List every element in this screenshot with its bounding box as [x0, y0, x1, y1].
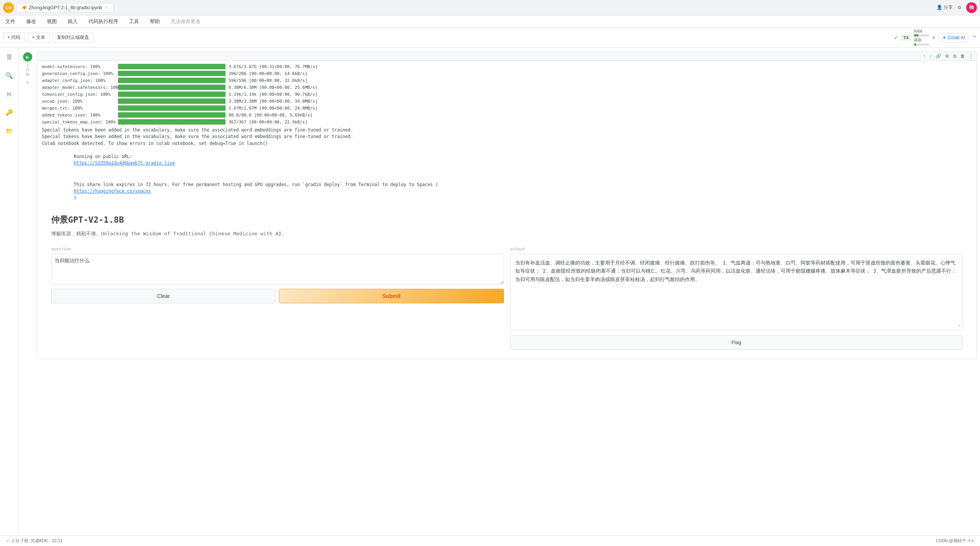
- progress-stats: 596/596 [00:00<00:00, 32.8kB/s]: [229, 78, 307, 83]
- progress-stats: 1.67M/1.67M [00:00<00:00, 24.8MB/s]: [229, 106, 318, 111]
- progress-stats: 6.30M/6.30M [00:00<00:00, 25.6MB/s]: [229, 85, 318, 90]
- progress-stats: 367/367 [00:00<00:00, 22.9kB/s]: [229, 120, 307, 125]
- output-text: 当归有补血活血、调经止痛的功效，主要用于月经不调、经闭腹痛、经行腹痛、跌打损伤等…: [515, 259, 958, 283]
- cell-time: 1分钟: [26, 63, 30, 77]
- cell-settings-button[interactable]: ⚙: [944, 53, 950, 60]
- question-textarea[interactable]: [51, 254, 504, 285]
- status-time: 1 分 7 秒: [12, 538, 28, 544]
- progress-bar: [118, 78, 226, 83]
- progress-stats: 206/206 [00:00<00:00, 14.6kB/s]: [229, 71, 307, 76]
- notebook-tab-icon: 🔶: [22, 5, 27, 10]
- app-title: 仲景GPT-V2-1.8B: [51, 214, 963, 226]
- link-button[interactable]: 🔗: [935, 53, 942, 60]
- text-output-1: Special tokens have been added in the vo…: [42, 127, 972, 133]
- sidebar-search-icon[interactable]: 🔍: [3, 69, 15, 82]
- huggingface-link[interactable]: https://huggingface.co/spaces: [74, 188, 151, 194]
- doc-button[interactable]: ≡: [24, 78, 32, 86]
- menu-edit[interactable]: 修改: [24, 17, 38, 27]
- move-down-button[interactable]: ↓: [929, 53, 932, 60]
- cell-gutter: ▶ 1分钟 ≡: [18, 51, 37, 86]
- text-output-3: Colab notebook detected. To show errors …: [42, 140, 972, 147]
- text-output-4: Running on public URL: https://53359a1dc…: [42, 147, 972, 173]
- text-output-2: Special tokens have been added in the vo…: [42, 133, 972, 140]
- add-code-button[interactable]: + 代码: [3, 32, 25, 43]
- menu-help[interactable]: 帮助: [148, 17, 162, 27]
- progress-row: adapter_model.safetensors: 100% 6.30M/6.…: [42, 85, 972, 90]
- colab-logo: CO: [3, 2, 14, 13]
- user-avatar[interactable]: 柚: [966, 2, 977, 13]
- progress-row: model.safetensors: 100% 3.67G/3.67G [00:…: [42, 64, 972, 69]
- progress-row: generation_config.json: 100% 206/206 [00…: [42, 71, 972, 76]
- copy-to-cloud-button[interactable]: 复制到云端硬盘: [53, 32, 93, 43]
- progress-bar: [118, 105, 226, 111]
- main-layout: ☰ 🔍 [x] 🔑 📁 ▶ 1分钟 ≡ ↑ ↓ 🔗 ⚙ ⧉: [0, 48, 980, 535]
- share-button[interactable]: 👤 分享: [937, 4, 953, 11]
- progress-bar: [118, 112, 226, 118]
- progress-row: adapter_config.json: 100% 596/596 [00:00…: [42, 78, 972, 83]
- progress-label: model.safetensors: 100%: [42, 64, 115, 69]
- public-url-link[interactable]: https://53359a1dc4d6baeb71.gradio.live: [74, 160, 175, 166]
- status-completed: 完成时间：22:11: [31, 538, 63, 544]
- left-sidebar: ☰ 🔍 [x] 🔑 📁: [0, 48, 18, 535]
- settings-button[interactable]: ⚙: [957, 5, 962, 10]
- menu-view[interactable]: 视图: [45, 17, 59, 27]
- progress-row: special_tokens_map.json: 100% 367/367 [0…: [42, 119, 972, 125]
- progress-row: tokenizer_config.json: 100% 1.19k/1.19k …: [42, 92, 972, 97]
- cell-panel: ▶ 1分钟 ≡ ↑ ↓ 🔗 ⚙ ⧉ 🗑 ⋮: [18, 48, 980, 535]
- progress-label: special_tokens_map.json: 100%: [42, 120, 115, 125]
- more-cell-button[interactable]: ⋮: [968, 53, 974, 60]
- cell-content: ↑ ↓ 🔗 ⚙ ⧉ 🗑 ⋮ model.safetensors: 100% 3.…: [37, 52, 977, 359]
- colab-ai-button[interactable]: ✦ Colab AI: [938, 33, 969, 42]
- sidebar-secrets-icon[interactable]: 🔑: [3, 106, 15, 118]
- colab-ai-label: Colab AI: [948, 35, 965, 40]
- move-up-button[interactable]: ↑: [922, 53, 926, 60]
- status-check-icon: ✓: [6, 538, 10, 543]
- main-toolbar: + 代码 + 文本 复制到云端硬盘 ✓ T4 RAM 磁盘 ▾ ✦ Colab …: [0, 28, 980, 48]
- progress-label: added_tokens.json: 100%: [42, 113, 115, 118]
- notebook-tab[interactable]: 🔶 ZhongJingGPT-2-1_8b-gradio.ipynb ☆: [17, 3, 113, 12]
- menu-file[interactable]: 文件: [3, 17, 18, 27]
- colab-ai-icon: ✦: [942, 35, 946, 40]
- output-box: 当归有补血活血、调经止痛的功效，主要用于月经不调、经闭腹痛、经行腹痛、跌打损伤等…: [510, 254, 963, 331]
- sidebar-menu-icon[interactable]: ☰: [3, 51, 15, 63]
- cell-output: model.safetensors: 100% 3.67G/3.67G [00:…: [37, 61, 977, 359]
- menu-tools[interactable]: 工具: [127, 17, 141, 27]
- chrome-tab-bar: CO 🔶 ZhongJingGPT-2-1_8b-gradio.ipynb ☆ …: [0, 0, 980, 15]
- clear-button[interactable]: Clear: [51, 289, 276, 303]
- gradio-ui: question Clear Submit output: [51, 246, 963, 350]
- progress-stats: 3.67G/3.67G [00:31<00:00, 76.7MB/s]: [229, 64, 318, 69]
- add-text-button[interactable]: + 文本: [28, 32, 49, 43]
- dropdown-arrow[interactable]: ▾: [932, 35, 935, 40]
- progress-label: merges.txt: 100%: [42, 106, 115, 111]
- menu-unsaved: 无法保存更改: [168, 17, 203, 27]
- collapse-button[interactable]: ⌃: [972, 35, 977, 41]
- progress-label: tokenizer_config.json: 100%: [42, 92, 115, 97]
- output-panel: output 当归有补血活血、调经止痛的功效，主要用于月经不调、经闭腹痛、经行腹…: [510, 246, 963, 350]
- copy-cell-button[interactable]: ⧉: [952, 53, 957, 60]
- menu-runtime[interactable]: 代码执行程序: [86, 17, 121, 27]
- sidebar-variables-icon[interactable]: [x]: [3, 88, 15, 100]
- progress-label: generation_config.json: 100%: [42, 71, 115, 76]
- chrome-actions: 👤 分享 ⚙ 柚: [937, 2, 977, 13]
- progress-bar: [118, 119, 226, 125]
- action-buttons: Clear Submit: [51, 289, 504, 303]
- run-button[interactable]: ▶: [23, 52, 32, 62]
- status-bar: ✓ 1 分 7 秒 完成时间：22:11 CSDN @我经千 十×: [0, 535, 980, 546]
- star-icon[interactable]: ☆: [104, 5, 108, 10]
- flag-button[interactable]: Flag: [510, 335, 963, 350]
- resize-handle[interactable]: ⤡: [958, 322, 961, 329]
- submit-button[interactable]: Submit: [279, 289, 504, 303]
- progress-bar: [118, 64, 226, 69]
- delete-cell-button[interactable]: 🗑: [960, 53, 966, 60]
- output-label: output: [510, 246, 963, 251]
- progress-bar: [118, 92, 226, 97]
- status-check-icon: ✓: [894, 35, 898, 41]
- progress-label: adapter_config.json: 100%: [42, 78, 115, 83]
- progress-stats: 80.0/80.0 [00:00<00:00, 5.69kB/s]: [229, 113, 313, 118]
- sidebar-files-icon[interactable]: 📁: [3, 125, 15, 137]
- gradio-app: 仲景GPT-V2-1.8B 博极医源，精勤不倦。Unlocking the Wi…: [42, 208, 972, 356]
- question-panel: question Clear Submit: [51, 246, 504, 350]
- menu-insert[interactable]: 插入: [65, 17, 80, 27]
- progress-label: adapter_model.safetensors: 100%: [42, 85, 115, 90]
- t4-badge: T4: [901, 35, 911, 41]
